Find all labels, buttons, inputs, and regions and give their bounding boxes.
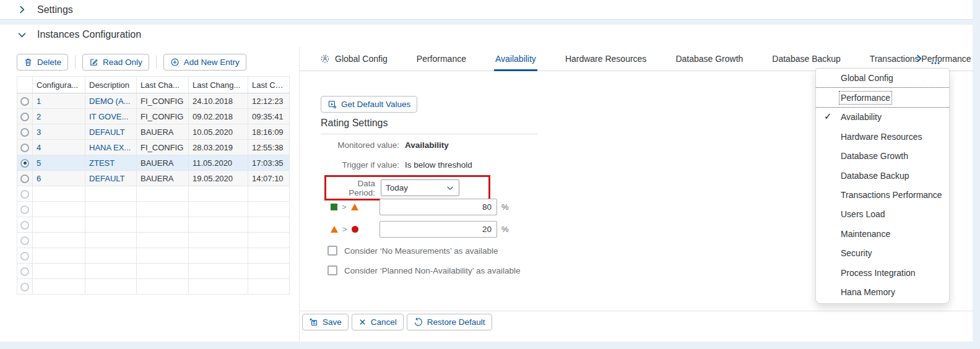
row-radio-button[interactable] bbox=[20, 128, 29, 137]
menu-item-users-load[interactable]: Users Load bbox=[816, 205, 949, 224]
tab-database-growth[interactable]: Database Growth bbox=[675, 47, 743, 71]
table-header-row: Configura...DescriptionLast Cha...Last C… bbox=[17, 77, 290, 93]
row-radio-cell bbox=[17, 264, 33, 279]
threshold-yellow-red-input[interactable] bbox=[379, 221, 497, 238]
menu-item-security[interactable]: Security bbox=[816, 244, 949, 263]
plus-circle-icon bbox=[170, 58, 180, 67]
row-radio-button[interactable] bbox=[20, 97, 29, 106]
data-period-value: Today bbox=[386, 183, 408, 192]
table-row[interactable]: 2IT GOVE...FI_CONFIG09.02.201809:35:41 bbox=[17, 109, 290, 124]
column-header[interactable]: Last Chang... bbox=[189, 77, 248, 93]
table-row[interactable]: 6DEFAULTBAUERA19.05.202014:07:10 bbox=[17, 171, 290, 186]
column-header[interactable]: Configura... bbox=[33, 77, 85, 93]
row-radio-button[interactable] bbox=[20, 205, 29, 214]
data-period-select[interactable]: Today bbox=[381, 179, 459, 196]
cell-empty bbox=[33, 186, 85, 202]
cell-id[interactable]: 2 bbox=[33, 109, 85, 124]
table-row[interactable]: 4HANA EX...FI_CONFIG28.03.201912:55:38 bbox=[17, 140, 290, 155]
column-header[interactable]: Description bbox=[85, 77, 137, 93]
cell-changed_by: BAUERA bbox=[137, 124, 189, 140]
row-radio-button[interactable] bbox=[20, 221, 29, 230]
restore-default-button[interactable]: Restore Default bbox=[407, 314, 492, 330]
close-icon bbox=[358, 318, 366, 326]
cell-description[interactable]: ZTEST bbox=[85, 155, 137, 171]
row-radio-button[interactable] bbox=[20, 144, 29, 152]
get-default-values-button[interactable]: Get Default Values bbox=[321, 96, 417, 113]
row-radio-button[interactable] bbox=[20, 252, 29, 261]
cell-description[interactable]: HANA EX... bbox=[85, 140, 137, 155]
settings-section-title: Settings bbox=[37, 4, 73, 15]
add-new-entry-button[interactable]: Add New Entry bbox=[163, 54, 246, 71]
cell-id[interactable]: 5 bbox=[33, 155, 85, 171]
menu-item-transactions-performance[interactable]: Transactions Performance bbox=[816, 185, 949, 204]
chevron-down-icon bbox=[446, 184, 454, 192]
cell-time: 12:12:23 bbox=[248, 93, 290, 109]
chevron-right-icon[interactable] bbox=[17, 5, 27, 14]
save-button[interactable]: Save bbox=[302, 314, 349, 330]
reset-icon bbox=[414, 317, 423, 327]
cancel-button[interactable]: Cancel bbox=[352, 314, 404, 330]
cell-empty bbox=[137, 264, 189, 279]
menu-item-database-backup[interactable]: Database Backup bbox=[816, 166, 949, 185]
column-header[interactable]: Last Cha... bbox=[137, 77, 189, 93]
tab-global-config[interactable]: Global Config bbox=[320, 47, 388, 71]
tabs-overflow-icon[interactable] bbox=[931, 61, 940, 65]
no-measurements-checkbox[interactable] bbox=[327, 246, 337, 256]
cell-description[interactable]: DEFAULT bbox=[85, 124, 137, 140]
cell-id[interactable]: 4 bbox=[33, 140, 85, 155]
cell-date: 11.05.2020 bbox=[189, 155, 248, 171]
settings-section-header[interactable]: Settings bbox=[0, 0, 973, 20]
cell-description[interactable]: DEMO (A... bbox=[85, 93, 137, 109]
cell-id[interactable]: 3 bbox=[33, 124, 85, 140]
tab-database-backup[interactable]: Database Backup bbox=[772, 47, 841, 71]
table-row[interactable]: 3DEFAULTBAUERA10.05.202018:16:09 bbox=[17, 124, 290, 140]
threshold-green-yellow-input[interactable] bbox=[379, 199, 497, 215]
toolbar-separator bbox=[156, 55, 157, 69]
table-row[interactable]: 5ZTESTBAUERA11.05.202017:03:35 bbox=[17, 155, 290, 171]
row-radio-button[interactable] bbox=[20, 190, 29, 199]
read-only-button-label: Read Only bbox=[103, 58, 142, 67]
cell-id[interactable]: 6 bbox=[33, 171, 85, 186]
column-header[interactable]: Last Ch... bbox=[248, 77, 290, 93]
row-radio-button[interactable] bbox=[20, 267, 29, 276]
tab-label: Database Growth bbox=[675, 54, 743, 64]
red-status-icon bbox=[352, 226, 358, 233]
instances-section-header[interactable]: Instances Configuration bbox=[17, 29, 141, 40]
menu-item-database-growth[interactable]: Database Growth bbox=[816, 147, 949, 166]
cell-empty bbox=[248, 264, 290, 279]
get-default-values-label: Get Default Values bbox=[341, 100, 410, 109]
menu-item-maintenance[interactable]: Maintenance bbox=[816, 224, 949, 243]
rating-settings-divider bbox=[321, 134, 537, 134]
planned-non-availability-checkbox[interactable] bbox=[327, 265, 337, 275]
cell-id[interactable]: 1 bbox=[33, 93, 85, 109]
tab-availability[interactable]: Availability bbox=[495, 47, 536, 71]
chevron-down-icon[interactable] bbox=[17, 30, 27, 40]
menu-item-process-integration[interactable]: Process Integration bbox=[816, 263, 949, 282]
app-root: { "sections": { "settings": { "title": "… bbox=[0, 0, 980, 349]
cell-description[interactable]: IT GOVE... bbox=[85, 109, 137, 124]
cell-date: 19.05.2020 bbox=[189, 171, 248, 186]
row-radio-button[interactable] bbox=[20, 174, 29, 183]
row-radio-button[interactable] bbox=[20, 159, 29, 168]
menu-item-global-config[interactable]: Global Config bbox=[816, 69, 949, 88]
cell-description[interactable]: DEFAULT bbox=[85, 171, 137, 186]
delete-button[interactable]: Delete bbox=[17, 54, 68, 71]
tab-hardware-resources[interactable]: Hardware Resources bbox=[565, 47, 647, 71]
row-radio-button[interactable] bbox=[20, 236, 29, 245]
save-button-label: Save bbox=[323, 317, 342, 327]
cell-changed_by: FI_CONFIG bbox=[137, 140, 189, 155]
menu-item-performance[interactable]: Performance bbox=[816, 88, 949, 107]
row-radio-button[interactable] bbox=[20, 283, 29, 291]
cell-empty bbox=[189, 264, 248, 279]
menu-item-hana-memory[interactable]: Hana Memory bbox=[816, 282, 949, 301]
row-radio-cell bbox=[17, 124, 33, 140]
tab-performance[interactable]: Performance bbox=[417, 47, 466, 71]
menu-item-hardware-resources[interactable]: Hardware Resources bbox=[816, 127, 949, 146]
table-row[interactable]: 1DEMO (A...FI_CONFIG24.10.201812:12:23 bbox=[17, 93, 290, 109]
menu-item-availability[interactable]: ✓Availability bbox=[816, 108, 949, 127]
read-only-button[interactable]: Read Only bbox=[82, 54, 149, 71]
tabs-expand-chevron-icon[interactable] bbox=[914, 54, 924, 63]
data-period-label: Data Period: bbox=[331, 179, 375, 197]
data-period-annotation-box: Data Period: Today bbox=[324, 175, 490, 200]
row-radio-button[interactable] bbox=[20, 113, 29, 121]
